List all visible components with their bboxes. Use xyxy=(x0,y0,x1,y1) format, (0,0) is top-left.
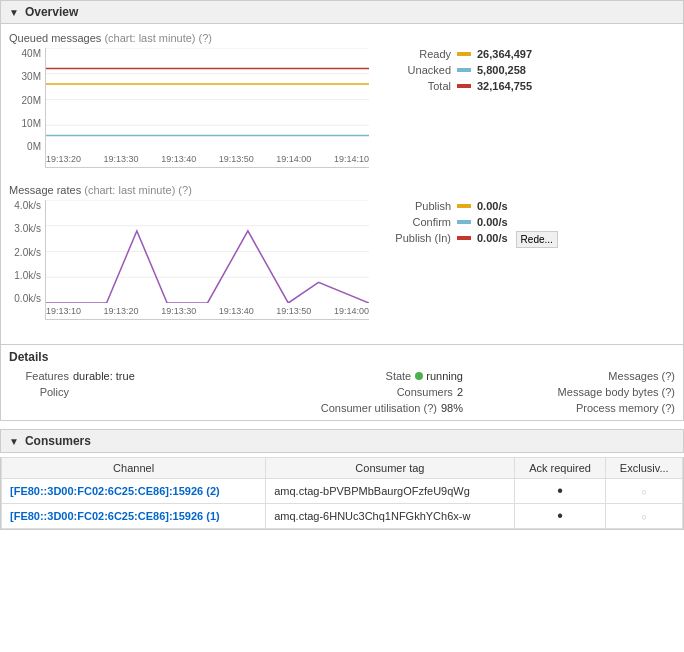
total-value: 32,164,755 xyxy=(477,80,532,92)
table-row: [FE80::3D00:FC02:6C25:CE86]:15926 (2) am… xyxy=(2,479,683,504)
consumer-util-value: 98% xyxy=(441,402,463,414)
channel-link-2[interactable]: [FE80::3D00:FC02:6C25:CE86]:15926 (1) xyxy=(10,510,220,522)
row2-consumer-tag: amq.ctag-6HNUc3Chq1NFGkhYCh6x-w xyxy=(266,504,514,529)
channel-link-1[interactable]: [FE80::3D00:FC02:6C25:CE86]:15926 (2) xyxy=(10,485,220,497)
col-consumer-tag: Consumer tag xyxy=(266,458,514,479)
row2-ack: • xyxy=(514,504,606,529)
process-memory-label: Process memory (?) xyxy=(576,402,675,414)
consumers-value: 2 xyxy=(457,386,463,398)
exclusive-empty-1: ○ xyxy=(641,487,646,497)
rates-legend: Publish 0.00/s Confirm 0.00/s Publish (I… xyxy=(381,200,508,248)
unacked-value: 5,800,258 xyxy=(477,64,526,76)
details-section: Details Features durable: true Policy St… xyxy=(0,344,684,421)
details-left-col: Features durable: true Policy xyxy=(9,370,239,414)
col-exclusive: Exclusiv... xyxy=(606,458,683,479)
rates-chart-label: Message rates (chart: last minute) (?) xyxy=(9,184,675,196)
rates-y-axis: 4.0k/s 3.0k/s 2.0k/s 1.0k/s 0.0k/s xyxy=(9,200,45,320)
overview-title: Overview xyxy=(25,5,78,19)
queued-x-axis: 19:13:20 19:13:30 19:13:40 19:13:50 19:1… xyxy=(46,151,369,167)
state-label: State xyxy=(386,370,412,382)
ready-label: Ready xyxy=(381,48,451,60)
overview-section-header[interactable]: ▼ Overview xyxy=(0,0,684,24)
consumer-util-label: Consumer utilisation (?) xyxy=(321,402,437,414)
details-title: Details xyxy=(9,350,675,364)
features-value: durable: true xyxy=(73,370,135,382)
redeliver-button[interactable]: Rede... xyxy=(516,231,558,248)
row2-channel[interactable]: [FE80::3D00:FC02:6C25:CE86]:15926 (1) xyxy=(2,504,266,529)
table-row: [FE80::3D00:FC02:6C25:CE86]:15926 (1) am… xyxy=(2,504,683,529)
queued-y-axis: 40M 30M 20M 10M 0M xyxy=(9,48,45,168)
rates-legend-area: Publish 0.00/s Confirm 0.00/s Publish (I… xyxy=(381,200,558,248)
ack-bullet-1: • xyxy=(557,482,563,499)
svg-rect-4 xyxy=(457,52,471,56)
consumers-title: Consumers xyxy=(25,434,91,448)
svg-rect-5 xyxy=(457,68,471,72)
svg-rect-13 xyxy=(457,236,471,240)
overview-collapse-arrow: ▼ xyxy=(9,7,19,18)
row1-channel[interactable]: [FE80::3D00:FC02:6C25:CE86]:15926 (2) xyxy=(2,479,266,504)
policy-label: Policy xyxy=(9,386,69,398)
state-running-dot xyxy=(415,372,423,380)
ready-value: 26,364,497 xyxy=(477,48,532,60)
svg-rect-11 xyxy=(457,204,471,208)
queued-legend: Ready 26,364,497 Unacked 5,800,258 Total… xyxy=(381,48,532,96)
row1-exclusive: ○ xyxy=(606,479,683,504)
messages-label: Messages (?) xyxy=(608,370,675,382)
svg-rect-6 xyxy=(457,84,471,88)
publish-in-label: Publish (In) xyxy=(381,232,451,244)
col-channel: Channel xyxy=(2,458,266,479)
rates-chart-area: 4.0k/s 3.0k/s 2.0k/s 1.0k/s 0.0k/s xyxy=(9,200,675,320)
details-right-col: Messages (?) Message body bytes (?) Proc… xyxy=(475,370,675,414)
queued-chart: 40M 30M 20M 10M 0M xyxy=(9,48,369,168)
rates-chart: 4.0k/s 3.0k/s 2.0k/s 1.0k/s 0.0k/s xyxy=(9,200,369,320)
confirm-value: 0.00/s xyxy=(477,216,508,228)
consumers-label: Consumers xyxy=(397,386,453,398)
queued-chart-plot: 19:13:20 19:13:30 19:13:40 19:13:50 19:1… xyxy=(45,48,369,168)
col-ack-required: Ack required xyxy=(514,458,606,479)
svg-rect-12 xyxy=(457,220,471,224)
row1-consumer-tag: amq.ctag-bPVBPMbBaurgOFzfeU9qWg xyxy=(266,479,514,504)
publish-label: Publish xyxy=(381,200,451,212)
overview-section-content: Queued messages (chart: last minute) (?)… xyxy=(0,24,684,345)
total-label: Total xyxy=(381,80,451,92)
publish-value: 0.00/s xyxy=(477,200,508,212)
row1-ack: • xyxy=(514,479,606,504)
publish-in-value: 0.00/s xyxy=(477,232,508,244)
confirm-label: Confirm xyxy=(381,216,451,228)
queued-chart-area: 40M 30M 20M 10M 0M xyxy=(9,48,675,168)
consumers-table: Channel Consumer tag Ack required Exclus… xyxy=(1,457,683,529)
message-body-label: Message body bytes (?) xyxy=(558,386,675,398)
consumers-section-content: Channel Consumer tag Ack required Exclus… xyxy=(0,457,684,530)
rates-x-axis: 19:13:10 19:13:20 19:13:30 19:13:40 19:1… xyxy=(46,303,369,319)
features-label: Features xyxy=(9,370,69,382)
ack-bullet-2: • xyxy=(557,507,563,524)
exclusive-empty-2: ○ xyxy=(641,512,646,522)
queued-chart-label: Queued messages (chart: last minute) (?) xyxy=(9,32,675,44)
rates-chart-plot: 19:13:10 19:13:20 19:13:30 19:13:40 19:1… xyxy=(45,200,369,320)
details-content: Features durable: true Policy State runn… xyxy=(9,370,675,414)
consumers-section-header[interactable]: ▼ Consumers xyxy=(0,429,684,453)
details-middle-col: State running Consumers 2 Consumer utili… xyxy=(239,370,475,414)
consumers-collapse-arrow: ▼ xyxy=(9,436,19,447)
state-value: running xyxy=(415,370,463,382)
unacked-label: Unacked xyxy=(381,64,451,76)
row2-exclusive: ○ xyxy=(606,504,683,529)
